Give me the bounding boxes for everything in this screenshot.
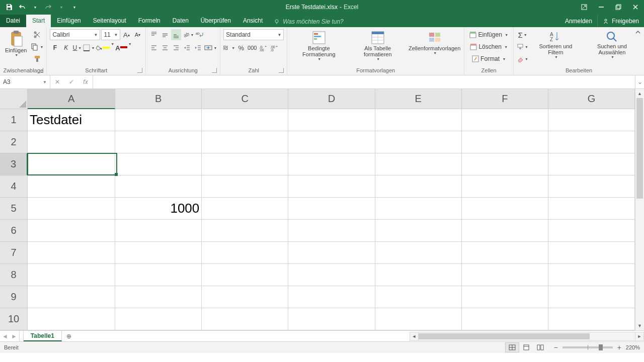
page-break-view-button[interactable] xyxy=(533,342,547,352)
scroll-down-icon[interactable]: ▼ xyxy=(635,321,644,330)
cell-B10[interactable] xyxy=(115,308,202,330)
cell-F5[interactable] xyxy=(462,198,548,220)
cell-G10[interactable] xyxy=(548,308,635,330)
cell-B4[interactable] xyxy=(115,175,202,198)
cell-F6[interactable] xyxy=(462,220,548,242)
scrollbar-thumb[interactable] xyxy=(419,333,590,339)
save-icon[interactable] xyxy=(3,1,15,13)
cell-E4[interactable] xyxy=(375,175,462,198)
cell-F2[interactable] xyxy=(462,131,548,153)
cell-C7[interactable] xyxy=(202,242,288,264)
collapse-ribbon-icon[interactable] xyxy=(635,29,641,35)
scroll-right-icon[interactable]: ► xyxy=(635,332,644,341)
format-as-table-button[interactable]: Als Tabelle formatieren▼ xyxy=(349,29,406,62)
tab-einfügen[interactable]: Einfügen xyxy=(51,15,87,27)
signin-link[interactable]: Anmelden xyxy=(560,15,597,27)
grow-font-button[interactable]: A▴ xyxy=(121,29,131,40)
row-header[interactable]: 7 xyxy=(0,242,28,264)
cell-G8[interactable] xyxy=(548,264,635,286)
fill-button[interactable]: ▼ xyxy=(517,41,528,52)
formula-input[interactable] xyxy=(93,75,635,88)
tell-me-search[interactable]: Was möchten Sie tun? xyxy=(269,16,349,27)
dialog-launcher-icon[interactable] xyxy=(279,68,284,73)
cell-C1[interactable] xyxy=(202,109,288,131)
cell-C5[interactable] xyxy=(202,198,288,220)
cell-C2[interactable] xyxy=(202,131,288,153)
increase-indent-button[interactable] xyxy=(193,42,203,53)
format-painter-button[interactable] xyxy=(31,53,43,64)
row-header[interactable]: 2 xyxy=(0,131,28,153)
cell-E3[interactable] xyxy=(375,153,462,175)
dialog-launcher-icon[interactable] xyxy=(137,68,142,73)
cell-F3[interactable] xyxy=(462,153,548,175)
column-header[interactable]: A xyxy=(28,89,115,109)
row-header[interactable]: 1 xyxy=(0,109,28,131)
cell-F7[interactable] xyxy=(462,242,548,264)
column-header[interactable]: C xyxy=(202,89,288,109)
tab-datei[interactable]: Datei xyxy=(0,15,26,27)
cell-D6[interactable] xyxy=(288,220,375,242)
vertical-scrollbar[interactable]: ▲ ▼ xyxy=(635,89,644,330)
minimize-icon[interactable] xyxy=(593,0,610,14)
next-sheet-icon[interactable]: ► xyxy=(11,333,17,340)
cell-D7[interactable] xyxy=(288,242,375,264)
normal-view-button[interactable] xyxy=(505,342,519,352)
shrink-font-button[interactable]: A▾ xyxy=(132,29,142,40)
increase-decimal-button[interactable]: ,0,00 xyxy=(258,42,268,53)
cell-E9[interactable] xyxy=(375,286,462,308)
cell-G5[interactable] xyxy=(548,198,635,220)
column-header[interactable]: D xyxy=(288,89,375,109)
autosum-button[interactable]: Σ▼ xyxy=(517,29,528,40)
cell-C6[interactable] xyxy=(202,220,288,242)
wrap-text-button[interactable]: ab xyxy=(195,29,205,40)
cell-A10[interactable] xyxy=(28,308,115,330)
zoom-out-button[interactable]: − xyxy=(552,343,559,351)
cell-G3[interactable] xyxy=(548,153,635,175)
font-size-combo[interactable]: 11▼ xyxy=(101,29,120,40)
zoom-in-button[interactable]: + xyxy=(616,343,623,351)
cell-B1[interactable] xyxy=(115,109,202,131)
cell-A3[interactable] xyxy=(28,153,115,175)
cell-A7[interactable] xyxy=(28,242,115,264)
cell-A2[interactable] xyxy=(28,131,115,153)
cell-B6[interactable] xyxy=(115,220,202,242)
scrollbar-thumb[interactable] xyxy=(636,98,643,199)
cell-G6[interactable] xyxy=(548,220,635,242)
cell-E10[interactable] xyxy=(375,308,462,330)
cell-B2[interactable] xyxy=(115,131,202,153)
row-header[interactable]: 4 xyxy=(0,175,28,198)
cell-C4[interactable] xyxy=(202,175,288,198)
comma-button[interactable]: 000 xyxy=(247,42,257,53)
row-header[interactable]: 9 xyxy=(0,286,28,308)
cell-E6[interactable] xyxy=(375,220,462,242)
font-color-button[interactable]: A▼ xyxy=(115,42,131,53)
cell-C8[interactable] xyxy=(202,264,288,286)
bold-button[interactable]: F xyxy=(50,42,60,53)
cell-G4[interactable] xyxy=(548,175,635,198)
zoom-slider[interactable] xyxy=(562,346,613,348)
cell-D1[interactable] xyxy=(288,109,375,131)
name-box[interactable]: A3▼ xyxy=(0,75,50,88)
borders-button[interactable]: ▼ xyxy=(83,42,95,53)
cell-E1[interactable] xyxy=(375,109,462,131)
accounting-format-button[interactable]: ₪▼ xyxy=(223,42,235,53)
align-center-button[interactable] xyxy=(160,42,170,53)
underline-button[interactable]: U▼ xyxy=(72,42,82,53)
dialog-launcher-icon[interactable] xyxy=(38,68,43,73)
cell-D9[interactable] xyxy=(288,286,375,308)
orientation-button[interactable]: ab▼ xyxy=(182,29,194,40)
add-sheet-button[interactable]: ⊕ xyxy=(62,331,76,341)
sheet-tab-active[interactable]: Tabelle1 xyxy=(24,331,62,341)
cell-D2[interactable] xyxy=(288,131,375,153)
undo-icon[interactable] xyxy=(16,1,28,13)
paste-button[interactable]: Einfügen ▼ xyxy=(3,29,29,58)
cell-D4[interactable] xyxy=(288,175,375,198)
align-top-button[interactable] xyxy=(149,29,159,40)
cell-B9[interactable] xyxy=(115,286,202,308)
row-header[interactable]: 5 xyxy=(0,198,28,220)
row-header[interactable]: 6 xyxy=(0,220,28,242)
clear-button[interactable]: ▼ xyxy=(517,53,528,64)
italic-button[interactable]: K xyxy=(61,42,71,53)
qat-customize-icon[interactable]: ▾ xyxy=(68,1,80,13)
cell-F8[interactable] xyxy=(462,264,548,286)
